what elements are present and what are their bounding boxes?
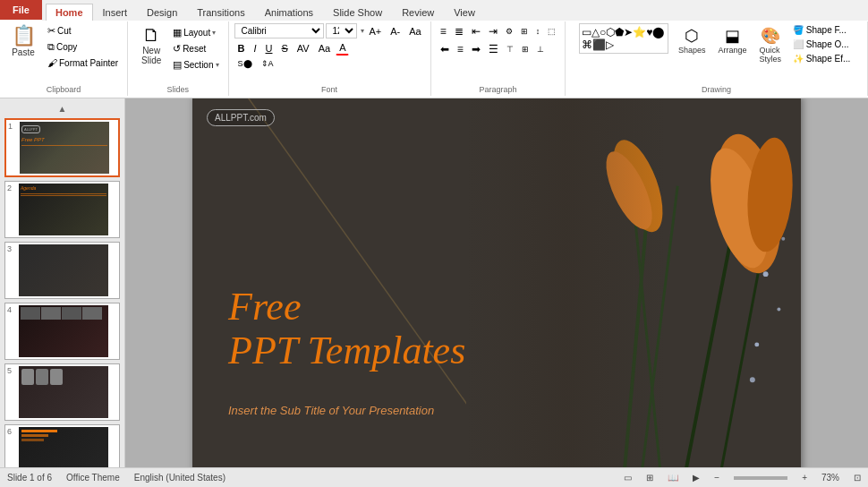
thumb-cell-4d (82, 307, 102, 320)
tab-slideshow[interactable]: Slide Show (323, 4, 392, 21)
text-direction-button[interactable]: ⇕A (258, 57, 277, 70)
slide-title[interactable]: Free PPT Templates (228, 286, 465, 372)
thumb-content-6 (19, 427, 108, 444)
slide-img-3 (19, 244, 108, 296)
font-row1: Calibri 12 ▾ A+ A- Aa (234, 23, 425, 38)
tab-view[interactable]: View (444, 4, 485, 21)
tab-animations[interactable]: Animations (255, 4, 323, 21)
slide-img-1: ALLPPT Free PPT (20, 122, 109, 174)
language: English (United States) (134, 473, 226, 483)
shape-effects-button[interactable]: ✨ Shape Ef... (789, 52, 854, 65)
zoom-out-button[interactable]: − (714, 473, 719, 483)
copy-icon: ⧉ (47, 41, 55, 53)
quick-styles-button[interactable]: 🎨 QuickStyles (755, 23, 787, 66)
slide-title-line2: PPT Templates (228, 329, 465, 372)
shape-fill-button[interactable]: 🪣 Shape F... (789, 23, 854, 37)
grow-font-button[interactable]: A+ (366, 24, 386, 38)
para-row2: ⬅ ≡ ➡ ☰ ⊤ ⊞ ⊥ (437, 41, 560, 57)
align-right-button[interactable]: ➡ (468, 41, 484, 57)
slide-img-5 (19, 366, 108, 418)
slide-num-5: 5 (7, 366, 16, 375)
status-bar: Slide 1 of 6 Office Theme English (Unite… (0, 467, 868, 487)
slide-count: Slide 1 of 6 (7, 473, 52, 483)
drawing-group: ▭△○⬡ ⬟➤⭐♥ ⬤⌘⬛▷ ⬡ Shapes ⬓ Arrange 🎨 Quic… (566, 21, 868, 96)
tab-home[interactable]: Home (46, 4, 93, 21)
slide-subtitle[interactable]: Insert the Sub Title of Your Presentatio… (228, 404, 434, 417)
decrease-indent-button[interactable]: ⇤ (468, 23, 484, 39)
numbering-button[interactable]: ≣ (451, 23, 467, 39)
font-size-select[interactable]: 12 (326, 23, 357, 38)
zoom-in-button[interactable]: + (802, 473, 807, 483)
new-slide-button[interactable]: 🗋 NewSlide (133, 23, 169, 68)
clear-format-button[interactable]: Aa (405, 24, 424, 38)
shapes-gallery[interactable]: ▭△○⬡ ⬟➤⭐♥ ⬤⌘⬛▷ (579, 23, 668, 54)
section-button[interactable]: ▤ Section ▾ (169, 57, 222, 73)
format-painter-button[interactable]: 🖌 Format Painter (44, 56, 122, 70)
align-middle-button[interactable]: ⊞ (518, 43, 532, 56)
align-top-button[interactable]: ⊤ (503, 43, 517, 56)
layout-button[interactable]: ▦ Layout ▾ (169, 25, 222, 40)
font-color-button[interactable]: A (336, 40, 349, 56)
shape-outline-button[interactable]: ⬜ Shape O... (789, 38, 854, 51)
cut-icon: ✂ (47, 25, 55, 37)
thumb-text-3 (19, 244, 108, 248)
view-slide-sorter-icon[interactable]: ⊞ (646, 473, 653, 483)
align-bottom-button[interactable]: ⊥ (533, 43, 548, 56)
slideshow-icon[interactable]: ▶ (693, 473, 700, 483)
tab-transitions[interactable]: Transitions (187, 4, 254, 21)
ribbon: 📋 Paste ✂ Cut ⧉ Copy 🖌 Format Painter (0, 20, 868, 98)
shape-effects-icon: ✨ (793, 54, 806, 64)
shadow-button[interactable]: S⬤ (234, 57, 256, 70)
thumb-logo-1: ALLPPT (21, 125, 40, 133)
underline-button[interactable]: U (262, 41, 277, 56)
slide-thumb-4[interactable]: 4 (4, 303, 120, 360)
slide-img-4 (19, 305, 108, 357)
title-bar: File Home Insert Design Transitions Anim… (0, 0, 868, 20)
columns-button[interactable]: ⊞ (517, 25, 532, 38)
slide-thumb-6[interactable]: 6 (4, 424, 120, 467)
zoom-slider[interactable] (734, 476, 787, 480)
line-spacing-button[interactable]: ↕ (532, 25, 544, 38)
align-left-button[interactable]: ⬅ (437, 41, 453, 57)
strikethrough-button[interactable]: S (277, 41, 291, 56)
view-reading-icon[interactable]: 📖 (668, 473, 678, 483)
change-case-button[interactable]: Aa (315, 41, 334, 56)
char-spacing-button[interactable]: AV (294, 41, 313, 56)
cut-button[interactable]: ✂ Cut (44, 23, 122, 38)
increase-indent-button[interactable]: ⇥ (485, 23, 501, 39)
tab-review[interactable]: Review (392, 4, 444, 21)
bullets-button[interactable]: ≡ (437, 23, 450, 39)
tab-insert[interactable]: Insert (93, 4, 138, 21)
slide-thumb-3[interactable]: 3 (4, 242, 120, 299)
thumb-person-5a (21, 369, 34, 385)
font-family-select[interactable]: Calibri (234, 23, 324, 38)
justify-button[interactable]: ☰ (485, 41, 502, 57)
slide-thumb-5[interactable]: 5 (4, 363, 120, 421)
slide-img-6 (19, 427, 108, 467)
file-tab[interactable]: File (0, 0, 42, 20)
theme-name: Office Theme (66, 473, 120, 483)
slide-thumb-2[interactable]: 2 Agenda (4, 181, 120, 238)
arrange-button[interactable]: ⬓ Arrange (713, 23, 751, 57)
shapes-button[interactable]: ⬡ Shapes (674, 23, 711, 57)
convert-smartart-button[interactable]: ⚙ (502, 25, 516, 38)
fit-window-button[interactable]: ⊡ (854, 473, 861, 483)
view-normal-icon[interactable]: ▭ (624, 473, 632, 483)
paste-button[interactable]: 📋 Paste (5, 23, 41, 60)
italic-button[interactable]: I (250, 41, 260, 56)
scroll-up-arrow[interactable]: ▲ (4, 103, 120, 115)
tab-design[interactable]: Design (137, 4, 187, 21)
copy-button[interactable]: ⧉ Copy (44, 39, 122, 55)
slide-panel[interactable]: ▲ 1 ALLPPT Free PPT 2 Agenda 3 4 (0, 98, 125, 467)
slide-canvas[interactable]: ALLPPT.com Free PPT Templates Insert the… (192, 98, 801, 467)
new-slide-label: NewSlide (141, 46, 161, 65)
align-center-button[interactable]: ≡ (454, 41, 467, 57)
reset-button[interactable]: ↺ Reset (169, 41, 222, 56)
shrink-font-button[interactable]: A- (387, 24, 404, 38)
slide-thumb-1[interactable]: 1 ALLPPT Free PPT (4, 118, 120, 177)
text-direction2-button[interactable]: ⬚ (544, 25, 559, 38)
font-label: Font (229, 85, 430, 94)
para-row1: ≡ ≣ ⇤ ⇥ ⚙ ⊞ ↕ ⬚ (437, 23, 560, 39)
layout-icon: ▦ (173, 27, 182, 38)
bold-button[interactable]: B (234, 41, 249, 56)
